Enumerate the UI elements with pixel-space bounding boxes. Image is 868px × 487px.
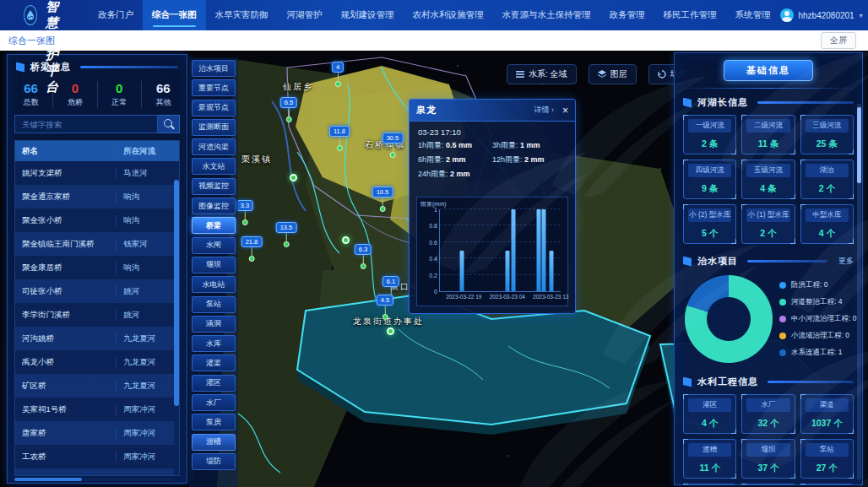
nav-item[interactable]: 农村水利设施管理 <box>404 0 493 30</box>
nav-item[interactable]: 河湖管护 <box>278 0 332 30</box>
info-cell[interactable]: 渡槽11 个 <box>683 439 736 479</box>
info-cell[interactable]: 泵站27 个 <box>800 439 854 479</box>
rainfall-metric: 1h雨量: 0.5 mm <box>418 140 492 151</box>
layer-menu-item[interactable]: 景观节点 <box>192 100 236 116</box>
info-cell[interactable]: 小 (1) 型水库2 个 <box>741 204 795 244</box>
water-level-marker[interactable]: 21.8 <box>241 232 263 262</box>
close-icon[interactable]: × <box>562 106 568 116</box>
water-level-marker[interactable]: 30.5 <box>382 128 404 158</box>
table-hscrollbar[interactable] <box>14 478 175 481</box>
info-cell[interactable]: 灌区4 个 <box>683 394 736 434</box>
info-cell[interactable]: 湖泊2 个 <box>800 160 854 199</box>
table-row[interactable]: 唐家桥周家冲河 <box>15 421 179 445</box>
table-row[interactable]: 河沟姚桥九龙夏河 <box>15 327 179 350</box>
station-point-icon[interactable] <box>387 327 394 335</box>
bridge-table[interactable]: 桥名 所在河流 姚河支渠桥马道河聚金通京家桥响沟聚金张小桥响沟聚金镇临王南门溪桥… <box>14 140 180 476</box>
layer-menu-item[interactable]: 重要节点 <box>192 79 236 96</box>
layer-menu-item[interactable]: 堤防 <box>192 453 236 470</box>
project-more-link[interactable]: 更多 <box>838 256 854 267</box>
layer-menu-item[interactable]: 灌区 <box>192 375 236 392</box>
station-point-icon[interactable] <box>342 236 350 244</box>
layer-menu-item[interactable]: 治水项目 <box>192 60 236 77</box>
table-row[interactable]: 吴家祠1号桥周家冲河 <box>15 398 179 421</box>
layer-menu-item[interactable]: 泵房 <box>192 414 236 430</box>
info-cell[interactable]: 三级河流25 条 <box>800 115 854 154</box>
info-cell[interactable]: 二级河流11 条 <box>741 115 795 154</box>
info-cell[interactable]: 水厂32 个 <box>741 394 795 434</box>
info-cell[interactable]: 小 (2) 型水库5 个 <box>683 204 736 244</box>
info-cell[interactable]: 涵洞47 个 <box>683 484 736 485</box>
nav-item[interactable]: 规划建设管理 <box>332 0 404 30</box>
layers-button[interactable]: 图层 <box>589 64 637 84</box>
layer-menu-item[interactable]: 水文站 <box>192 158 236 175</box>
info-cell[interactable]: 渠道1037 个 <box>800 394 854 434</box>
table-row[interactable]: 姚河支渠桥马道河 <box>15 161 179 185</box>
layer-menu-item[interactable]: 泵站 <box>192 296 236 313</box>
layer-menu-item[interactable]: 水电站 <box>192 276 236 293</box>
water-level-marker[interactable]: 4 <box>332 57 344 87</box>
layer-menu-item[interactable]: 灌渠 <box>192 354 236 371</box>
nav-item[interactable]: 综合一张图 <box>143 0 206 30</box>
bridge-search <box>14 115 180 133</box>
search-button[interactable] <box>158 115 180 133</box>
layer-menu-item[interactable]: 水库 <box>192 335 236 352</box>
basic-info-badge[interactable]: 基础信息 <box>724 60 813 81</box>
water-level-marker[interactable]: 10.5 <box>372 182 393 212</box>
water-level-marker[interactable]: 6.3 <box>355 240 372 269</box>
fullscreen-button[interactable]: 全屏 <box>821 32 856 49</box>
table-row[interactable]: 白竹桥周家冲河 <box>15 468 179 476</box>
layer-menu-item[interactable]: 监测断面 <box>192 119 236 136</box>
info-cell[interactable]: 中型水库4 个 <box>800 204 854 244</box>
popup-detail-link[interactable]: 详情 › <box>534 105 554 116</box>
nav-item-label: 河湖管护 <box>287 9 323 21</box>
info-cell[interactable]: 一级河流2 条 <box>683 115 736 154</box>
table-row[interactable]: 工农桥周家冲河 <box>15 445 179 468</box>
right-panel-scrollbar[interactable] <box>857 104 861 479</box>
info-cell[interactable]: 堰坝37 个 <box>741 439 795 479</box>
info-cell[interactable]: 四级河流9 条 <box>683 160 736 199</box>
table-row[interactable]: 李学街门溪桥姚河 <box>15 303 179 327</box>
water-level-marker[interactable]: 3.3 <box>236 196 253 225</box>
water-level-marker[interactable]: 6.5 <box>280 93 297 122</box>
scrollbar-thumb[interactable] <box>174 180 179 406</box>
water-level-marker[interactable]: 11.8 <box>329 122 350 151</box>
station-point-icon[interactable] <box>290 174 297 181</box>
layer-menu-item[interactable]: 桥梁 <box>192 217 236 234</box>
water-system-filter-button[interactable]: 水系: 全域 <box>507 64 577 84</box>
table-row[interactable]: 聚金张小桥响沟 <box>15 208 179 232</box>
table-row[interactable]: 聚金通京家桥响沟 <box>15 185 179 208</box>
info-cell[interactable]: 水电站3 个 <box>800 484 854 485</box>
layer-menu-item[interactable]: 堰坝 <box>192 257 236 273</box>
table-row[interactable]: 聚金康居桥响沟 <box>15 256 179 279</box>
table-scrollbar[interactable] <box>174 161 179 475</box>
bridge-name-cell: 工农桥 <box>15 452 117 463</box>
table-row[interactable]: 司徒张小桥姚河 <box>15 279 179 303</box>
user-menu[interactable]: hhzb42080201 ▾ <box>780 8 863 22</box>
nav-item[interactable]: 系统管理 <box>726 0 780 30</box>
nav-item[interactable]: 政务门户 <box>89 0 143 30</box>
scrollbar-thumb[interactable] <box>857 107 861 183</box>
divider <box>681 88 855 89</box>
layer-menu-item[interactable]: 河道沟渠 <box>192 138 236 155</box>
layer-menu-item[interactable]: 水闸 <box>192 237 236 254</box>
layer-menu-item[interactable]: 渡槽 <box>192 434 236 451</box>
info-cell[interactable]: 五级河流4 条 <box>741 160 795 199</box>
table-row[interactable]: 矿区桥九龙夏河 <box>15 374 179 398</box>
table-row[interactable]: 禹龙小桥九龙夏河 <box>15 350 179 374</box>
scene-icon <box>658 70 666 78</box>
nav-item[interactable]: 移民工作管理 <box>654 0 726 30</box>
search-input[interactable] <box>14 115 158 133</box>
nav-item[interactable]: 水旱灾害防御 <box>206 0 278 30</box>
water-level-marker[interactable]: 13.5 <box>276 218 297 247</box>
layer-menu-item[interactable]: 图像监控 <box>192 198 236 214</box>
layer-menu-item[interactable]: 涵洞 <box>192 316 236 333</box>
layer-menu-item[interactable]: 水厂 <box>192 394 236 411</box>
layer-menu-item[interactable]: 视频监控 <box>192 178 236 195</box>
nav-item[interactable]: 水资源与水土保持管理 <box>493 0 600 30</box>
breadcrumb[interactable]: 综合一张图 <box>8 35 55 47</box>
info-cell[interactable]: 桥梁66 个 <box>741 484 795 485</box>
water-level-marker[interactable]: 4.5 <box>377 290 393 320</box>
nav-item[interactable]: 政务管理 <box>600 0 654 30</box>
hscrollbar-thumb[interactable] <box>14 478 82 481</box>
table-row[interactable]: 聚金镇临王南门溪桥钱家河 <box>15 232 179 256</box>
